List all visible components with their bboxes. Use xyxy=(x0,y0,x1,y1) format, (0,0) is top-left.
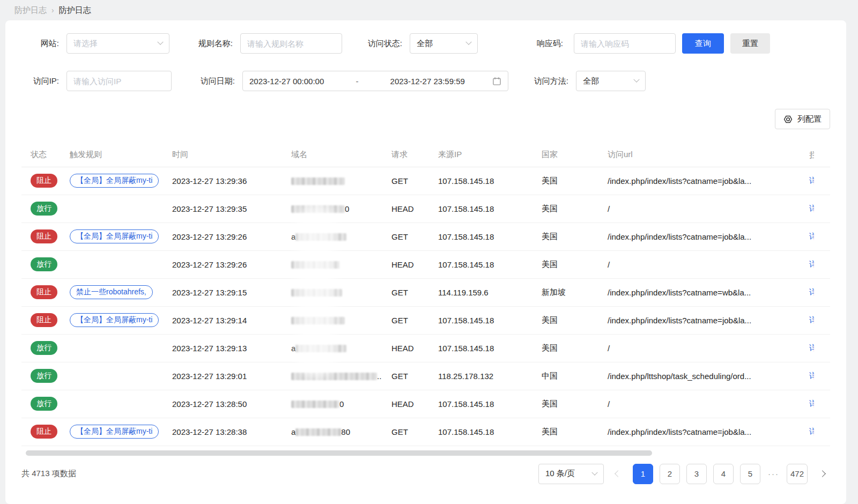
time-cell: 2023-12-27 13:29:36 xyxy=(163,167,282,195)
rule-pill[interactable]: 【全局】全局屏蔽my-ti xyxy=(70,174,159,188)
time-cell: 2023-12-27 13:28:38 xyxy=(163,418,282,446)
ip-cell: 107.158.145.18 xyxy=(429,418,532,446)
col-time: 时间 xyxy=(163,143,282,167)
column-config-button[interactable]: 列配置 xyxy=(775,109,830,129)
page-button-last[interactable]: 472 xyxy=(787,464,808,484)
page-ellipsis[interactable]: ··· xyxy=(767,469,780,478)
domain-suffix: 0 xyxy=(339,399,344,409)
time-cell: 2023-12-27 13:29:01 xyxy=(163,362,282,390)
prev-page-button[interactable] xyxy=(610,464,626,484)
page-button-4[interactable]: 4 xyxy=(713,464,734,484)
page-button-5[interactable]: 5 xyxy=(740,464,760,484)
domain-censored-blur xyxy=(291,177,345,185)
next-page-button[interactable] xyxy=(814,464,830,484)
access-method-select[interactable]: 全部 xyxy=(576,71,646,91)
url-cell: /index.php/index/lists?catname=job&la... xyxy=(598,418,800,446)
detail-link[interactable]: 详情 xyxy=(809,232,814,242)
ip-cell: 107.158.145.18 xyxy=(429,250,532,278)
rule-name-input[interactable] xyxy=(240,33,342,54)
detail-link[interactable]: 详情 xyxy=(809,399,814,409)
col-rule: 触发规则 xyxy=(61,143,163,167)
log-table: 状态 触发规则 时间 域名 请求 来源IP 国家 访问url 拦截 阻止 【全局… xyxy=(21,143,830,446)
search-button[interactable]: 查询 xyxy=(682,33,724,54)
page-button-1[interactable]: 1 xyxy=(633,464,653,484)
date-range-end[interactable]: 2023-12-27 23:59:59 xyxy=(390,77,465,86)
detail-link[interactable]: 详情 xyxy=(809,315,814,325)
filter-row-1: 网站: 请选择 规则名称: 访问状态: 全部 响应码: 查询 重置 xyxy=(21,33,830,54)
breadcrumb-parent[interactable]: 防护日志 xyxy=(14,5,47,16)
domain-cell xyxy=(282,167,382,195)
detail-link[interactable]: 详情 xyxy=(809,176,814,186)
url-cell: /index.php/index/lists?catname=job&la... xyxy=(598,306,800,334)
reset-button[interactable]: 重置 xyxy=(730,33,770,54)
rule-pill[interactable]: 【全局】全局屏蔽my-ti xyxy=(70,229,159,243)
country-cell: 美国 xyxy=(532,418,598,446)
country-cell: 美国 xyxy=(532,195,598,223)
detail-cell: 详情 xyxy=(800,223,830,250)
settings-nut-icon xyxy=(783,115,793,124)
detail-link[interactable]: 详情 xyxy=(809,204,814,214)
horizontal-scrollbar-thumb[interactable] xyxy=(26,450,652,456)
rule-name-label: 规则名称: xyxy=(181,39,233,49)
access-ip-input[interactable] xyxy=(66,71,172,91)
ip-cell: 107.158.145.18 xyxy=(429,223,532,250)
page-size-select[interactable]: 10 条/页 xyxy=(538,464,604,484)
pagination: 10 条/页 1 2 3 4 5 ··· 472 xyxy=(538,464,830,484)
chevron-down-icon xyxy=(591,469,597,475)
country-cell: 中国 xyxy=(532,362,598,390)
page-button-2[interactable]: 2 xyxy=(660,464,680,484)
domain-cell xyxy=(282,306,382,334)
status-cell: 放行 xyxy=(21,250,61,278)
method-cell: GET xyxy=(382,418,429,446)
access-date-label: 访问日期: xyxy=(183,76,235,86)
detail-cell: 详情 xyxy=(800,250,830,278)
method-cell: HEAD xyxy=(382,334,429,362)
status-badge: 阻止 xyxy=(31,313,57,327)
detail-link[interactable]: 详情 xyxy=(809,343,814,353)
rule-cell: 【全局】全局屏蔽my-ti xyxy=(61,223,163,250)
time-cell: 2023-12-27 13:29:26 xyxy=(163,250,282,278)
detail-link[interactable]: 详情 xyxy=(809,427,814,437)
access-ip-label: 访问IP: xyxy=(21,76,59,86)
detail-cell: 详情 xyxy=(800,167,830,195)
table-row: 放行 2023-12-27 13:29:13 a HEAD 107.158.14… xyxy=(21,334,830,362)
domain-censored-blur xyxy=(295,428,341,436)
domain-censored-blur xyxy=(291,289,342,297)
domain-suffix: 80 xyxy=(341,427,350,436)
date-range-start[interactable]: 2023-12-27 00:00:00 xyxy=(249,77,324,86)
domain-cell xyxy=(282,278,382,306)
domain-censored-blur xyxy=(291,261,339,269)
table-row: 放行 2023-12-27 13:29:26 HEAD 107.158.145.… xyxy=(21,250,830,278)
status-badge: 阻止 xyxy=(31,174,57,188)
status-cell: 放行 xyxy=(21,195,61,223)
table-body: 阻止 【全局】全局屏蔽my-ti 2023-12-27 13:29:36 GET… xyxy=(21,167,830,446)
domain-censored-blur xyxy=(291,205,345,213)
domain-censored-blur xyxy=(291,401,339,408)
method-cell: HEAD xyxy=(382,390,429,418)
detail-link[interactable]: 详情 xyxy=(809,260,814,270)
table-row: 放行 2023-12-27 13:28:50 0 HEAD 107.158.14… xyxy=(21,390,830,418)
time-cell: 2023-12-27 13:29:14 xyxy=(163,306,282,334)
response-code-input[interactable] xyxy=(574,33,676,54)
access-status-select[interactable]: 全部 xyxy=(410,33,478,54)
col-url: 访问url xyxy=(598,143,800,167)
domain-censored-blur xyxy=(291,317,345,324)
time-cell: 2023-12-27 13:29:13 xyxy=(163,334,282,362)
chevron-down-icon xyxy=(157,39,163,45)
rule-pill[interactable]: 【全局】全局屏蔽my-ti xyxy=(70,425,159,439)
detail-link[interactable]: 详情 xyxy=(809,371,814,381)
site-select[interactable]: 请选择 xyxy=(66,33,169,54)
detail-cell: 详情 xyxy=(800,390,830,418)
rule-pill[interactable]: 【全局】全局屏蔽my-ti xyxy=(70,313,159,327)
country-cell: 美国 xyxy=(532,250,598,278)
table-toolbar: 列配置 xyxy=(21,109,830,129)
status-cell: 放行 xyxy=(21,390,61,418)
calendar-icon[interactable] xyxy=(492,77,501,86)
date-range-picker[interactable]: 2023-12-27 00:00:00 - 2023-12-27 23:59:5… xyxy=(242,71,508,91)
rule-pill[interactable]: 禁止一些robotahrefs, xyxy=(70,285,153,299)
access-method-select-value: 全部 xyxy=(583,76,599,86)
domain-cell xyxy=(282,250,382,278)
page-button-3[interactable]: 3 xyxy=(686,464,707,484)
detail-link[interactable]: 详情 xyxy=(809,287,814,298)
col-status: 状态 xyxy=(21,143,61,167)
